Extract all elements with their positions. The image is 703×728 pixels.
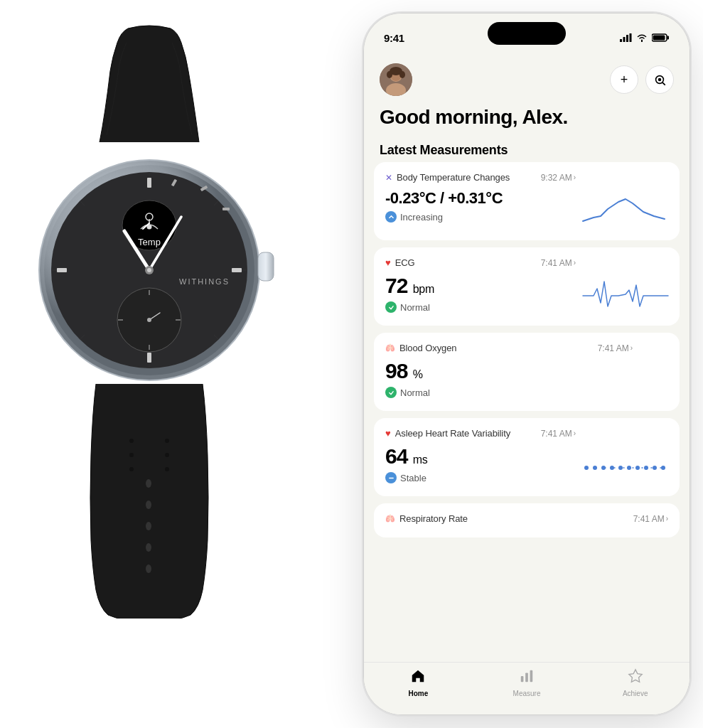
card-respiratory-title-row: 🫁 Respiratory Rate [385,513,468,524]
svg-rect-12 [258,252,274,281]
svg-point-74 [644,466,648,470]
ecg-time: 7:41 AM › [541,258,576,268]
blood-oxygen-status-icon [385,387,397,398]
blood-oxygen-value: 98 % [385,359,633,382]
hrv-chart [583,441,668,488]
svg-rect-53 [667,36,670,40]
measurements-list: ✕ Body Temperature Changes 9:32 AM › -0.… [364,162,689,662]
measure-icon [519,668,535,688]
svg-point-69 [601,466,606,470]
card-respiratory[interactable]: 🫁 Respiratory Rate 7:41 AM › [374,503,680,537]
nav-measure[interactable]: Measure [473,668,581,697]
achieve-icon [628,668,643,688]
ecg-value: 72 bpm [385,274,576,297]
hrv-status-icon [385,472,397,483]
section-heading: Latest Measurements [364,133,689,162]
card-body-temp[interactable]: ✕ Body Temperature Changes 9:32 AM › -0.… [374,162,680,240]
card-ecg-left: ♥ ECG 7:41 AM › 72 bpm [385,257,576,317]
blood-oxygen-status: Normal [385,387,633,398]
hrv-title: Asleep Heart Rate Variability [395,428,510,439]
body-temp-time: 9:32 AM › [541,173,576,183]
svg-point-9 [165,453,169,457]
card-hrv-header: ♥ Asleep Heart Rate Variability 7:41 AM … [385,428,576,439]
card-ecg-title-row: ♥ ECG [385,257,415,268]
blood-oxygen-time: 7:41 AM › [598,343,633,353]
svg-point-76 [661,466,665,470]
card-body-temp-title-row: ✕ Body Temperature Changes [385,172,510,183]
card-body-temp-left: ✕ Body Temperature Changes 9:32 AM › -0.… [385,172,576,232]
svg-rect-49 [623,37,626,42]
hrv-status: Stable [385,472,576,483]
svg-text:WITHINGS: WITHINGS [179,277,230,286]
svg-point-3 [146,543,151,552]
svg-point-10 [165,467,169,471]
greeting-text: Good morning, Alex. [364,103,689,133]
status-icons [620,33,670,42]
body-temp-status: Increasing [385,211,576,223]
body-temp-title: Body Temperature Changes [397,172,510,183]
hrv-icon: ♥ [385,428,391,439]
watch-illustration: Temp WITHINGS [0,0,299,619]
card-hrv[interactable]: ♥ Asleep Heart Rate Variability 7:41 AM … [374,418,680,496]
svg-point-6 [129,453,134,457]
svg-point-71 [618,466,623,470]
ecg-title: ECG [395,257,415,268]
ecg-icon: ♥ [385,257,391,268]
card-blood-oxygen[interactable]: 🫁 Blood Oxygen 7:41 AM › 98 % [374,333,680,411]
top-bar: + [364,53,689,103]
svg-rect-77 [521,676,524,682]
avatar-image [380,63,412,96]
svg-point-2 [146,522,151,530]
svg-point-0 [146,479,151,488]
body-temp-status-icon [385,211,397,223]
body-temp-status-label: Increasing [400,212,443,223]
blood-oxygen-chart [640,355,668,402]
svg-rect-29 [222,208,230,210]
bottom-nav: Home Measure Achieve [364,662,689,714]
nav-achieve-label: Achieve [623,690,648,697]
home-icon [410,668,426,688]
svg-rect-48 [620,39,622,42]
svg-point-67 [584,466,589,470]
scan-button[interactable] [645,65,674,94]
ecg-status: Normal [385,301,576,313]
nav-home[interactable]: Home [364,668,473,697]
avatar[interactable] [380,63,412,96]
svg-point-73 [635,466,640,470]
card-hrv-title-row: ♥ Asleep Heart Rate Variability [385,428,510,439]
svg-point-63 [658,78,662,82]
svg-rect-51 [630,33,632,42]
card-body-temp-header: ✕ Body Temperature Changes 9:32 AM › [385,172,576,183]
respiratory-time: 7:41 AM › [633,514,668,524]
hrv-time: 7:41 AM › [541,429,576,439]
hrv-status-label: Stable [400,473,426,483]
card-respiratory-header: 🫁 Respiratory Rate 7:41 AM › [385,513,668,524]
nav-home-label: Home [408,690,428,697]
svg-point-4 [146,564,151,573]
svg-point-5 [129,439,134,443]
svg-line-64 [662,82,665,85]
card-respiratory-left: 🫁 Respiratory Rate 7:41 AM › [385,513,668,529]
phone-frame: 9:41 [363,13,690,715]
card-hrv-left: ♥ Asleep Heart Rate Variability 7:41 AM … [385,428,576,488]
card-ecg[interactable]: ♥ ECG 7:41 AM › 72 bpm [374,247,680,326]
blood-oxygen-status-label: Normal [400,387,430,398]
nav-measure-label: Measure [513,690,541,697]
hrv-value: 64 ms [385,444,576,468]
svg-point-61 [399,71,405,78]
svg-rect-24 [147,353,151,363]
svg-rect-25 [57,268,67,272]
scan-icon [653,73,666,86]
battery-icon [652,33,670,42]
svg-point-75 [653,466,657,470]
card-blood-oxygen-header: 🫁 Blood Oxygen 7:41 AM › [385,343,633,353]
svg-rect-50 [626,35,628,42]
svg-rect-79 [530,670,533,682]
add-button[interactable]: + [610,65,638,94]
svg-point-36 [147,318,151,322]
svg-point-60 [387,71,392,78]
respiratory-title: Respiratory Rate [399,513,468,524]
nav-achieve[interactable]: Achieve [581,668,689,697]
dynamic-island [488,22,566,45]
svg-rect-78 [525,673,528,682]
